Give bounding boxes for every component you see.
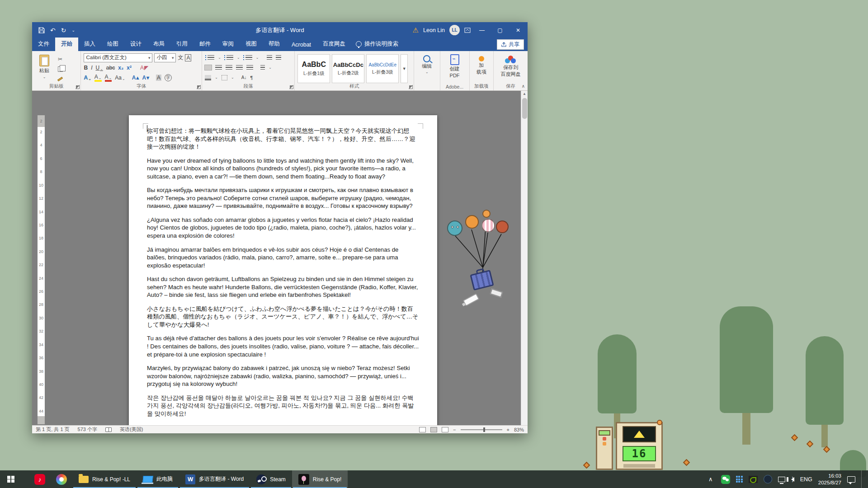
web-layout-button[interactable] — [442, 427, 448, 432]
multilevel-list-button[interactable] — [245, 55, 252, 60]
tray-chevron-icon[interactable]: ∧ — [706, 475, 715, 484]
wechat-icon[interactable] — [721, 475, 730, 484]
language-switcher[interactable]: ENG — [800, 476, 812, 483]
paragraph-dialog-launcher[interactable] — [289, 85, 293, 89]
enclose-characters-button[interactable]: 字 — [165, 74, 172, 81]
taskbar-item-word[interactable]: W 多语言翻译 - Word — [179, 470, 250, 488]
highlight-color-button[interactable]: A⌄ — [94, 74, 102, 82]
paragraph-portuguese[interactable]: Já imaginou amarrar balões em brinquedos… — [147, 246, 419, 270]
language-indicator[interactable]: 英语(美国) — [120, 426, 143, 433]
print-layout-button[interactable] — [430, 427, 437, 432]
show-marks-button[interactable]: ¶ — [250, 75, 253, 80]
undo-button[interactable]: ↶ — [50, 27, 56, 34]
font-color-button[interactable]: A⌄ — [105, 74, 112, 82]
superscript-button[interactable]: x² — [127, 65, 132, 71]
word-count[interactable]: 573 个字 — [78, 426, 97, 433]
save-icon[interactable] — [38, 27, 45, 33]
paragraph-russian[interactable]: Вы когда-нибудь мечтали привязать шарики… — [147, 186, 419, 210]
taskbar-item-steam[interactable]: Steam — [250, 470, 292, 488]
close-button[interactable]: ✕ — [511, 23, 525, 37]
styles-dialog-launcher[interactable] — [409, 85, 413, 89]
save-to-baidu-button[interactable]: 保存到 百度网盘 — [499, 53, 522, 83]
shading-button[interactable] — [205, 75, 211, 80]
increase-indent-button[interactable] — [276, 55, 281, 60]
app-grid-icon[interactable] — [736, 476, 743, 483]
photos-app-button[interactable] — [51, 470, 72, 488]
notification-center-icon[interactable] — [847, 476, 855, 483]
sort-button[interactable]: A↓ — [241, 75, 247, 80]
distribute-button[interactable] — [246, 65, 253, 70]
qat-customize-button[interactable]: ⌄ — [71, 28, 75, 33]
styles-gallery-more-button[interactable]: ▼ — [401, 54, 408, 83]
zoom-percentage[interactable]: 83% — [514, 427, 524, 432]
align-center-button[interactable] — [215, 65, 222, 70]
tab-review[interactable]: 审阅 — [217, 38, 240, 51]
addins-button[interactable]: 加 载项 — [475, 53, 488, 83]
tab-references[interactable]: 引用 — [170, 38, 193, 51]
tab-draw[interactable]: 绘图 — [101, 38, 124, 51]
character-shading-button[interactable]: A — [156, 75, 161, 81]
clear-formatting-button[interactable]: A◤ — [140, 65, 148, 71]
font-name-combo[interactable]: Calibri (西文正文)▾ — [84, 53, 152, 62]
collapse-ribbon-button[interactable]: ∧ — [522, 84, 525, 89]
proofing-icon[interactable] — [105, 427, 112, 432]
page-indicator[interactable]: 第 1 页, 共 1 页 — [36, 426, 70, 433]
tab-design[interactable]: 设计 — [124, 38, 147, 51]
start-button[interactable] — [0, 470, 22, 488]
zoom-slider-thumb[interactable] — [483, 427, 485, 432]
taskbar-item-this-pc[interactable]: 此电脑 — [137, 470, 179, 488]
read-mode-button[interactable] — [419, 427, 426, 432]
speaker-icon[interactable] — [791, 477, 794, 482]
scroll-up-arrow[interactable]: ▲ — [521, 91, 528, 97]
bullet-list-button[interactable] — [208, 55, 214, 60]
share-button[interactable]: 共享 — [497, 39, 524, 50]
paragraph-polish[interactable]: Marzyłeś, by przywiązać balony do zabawe… — [147, 364, 419, 388]
underline-button[interactable]: U⌄ — [95, 65, 103, 71]
maximize-button[interactable]: ▢ — [493, 23, 507, 37]
editing-button[interactable]: 编辑 ⌄ — [420, 53, 434, 83]
borders-button[interactable] — [222, 75, 227, 80]
cut-button[interactable]: ✂ — [56, 55, 65, 63]
create-pdf-button[interactable]: 创建 PDF — [448, 53, 462, 83]
paragraph-korean[interactable]: 작은 장난감에 풍선을 매달아 하늘로 날아오르는 꿈을 꿔본 적 있나요? 지… — [147, 394, 419, 418]
subscript-button[interactable]: x₂ — [118, 65, 123, 71]
paragraph-chinese[interactable]: 你可曾幻想过：将一颗颗气球栓在小玩具上，看着它们晃晃悠悠一同飘上天空？今天就实现… — [147, 127, 419, 151]
style-card-level2[interactable]: AaBbCcDc L-折叠2级 — [332, 54, 364, 83]
font-dialog-launcher[interactable] — [197, 85, 201, 89]
paste-button[interactable]: 粘贴 ⌄ — [35, 53, 54, 83]
copy-button[interactable] — [56, 65, 65, 73]
font-size-combo[interactable]: 小四▾ — [154, 53, 176, 62]
paragraph-english[interactable]: Have you ever dreamed of tying balloons … — [147, 157, 419, 181]
grow-font-button[interactable]: A▴ — [132, 75, 139, 81]
style-card-level3[interactable]: AaBbCcDdEe L-折叠3级 — [366, 54, 399, 83]
format-painter-button[interactable] — [56, 75, 65, 83]
tab-insert[interactable]: 插入 — [78, 38, 101, 51]
warning-icon[interactable]: ⚠ — [413, 26, 419, 34]
nvidia-icon[interactable] — [749, 476, 758, 483]
network-icon[interactable] — [778, 477, 785, 482]
text-effects-button[interactable]: A⌄ — [84, 75, 91, 81]
tell-me-search[interactable]: 操作说明搜索 — [356, 40, 398, 51]
align-right-button[interactable] — [226, 65, 232, 70]
character-border-button[interactable]: A — [185, 54, 191, 61]
numbered-list-button[interactable] — [226, 55, 233, 60]
shrink-font-button[interactable]: A▾ — [142, 75, 149, 81]
steam-tray-icon[interactable] — [764, 475, 772, 483]
ribbon-display-options-button[interactable] — [464, 28, 471, 33]
tab-acrobat[interactable]: Acrobat — [286, 39, 317, 51]
tab-mailings[interactable]: 邮件 — [193, 38, 217, 51]
change-case-button[interactable]: Aa⌄ — [115, 75, 125, 81]
zoom-in-button[interactable]: + — [507, 427, 509, 432]
show-desktop-button[interactable] — [861, 470, 863, 488]
vertical-ruler[interactable]: 2 24681012141618202224262830323436384042… — [38, 115, 45, 424]
tab-baidu-netdisk[interactable]: 百度网盘 — [317, 38, 351, 51]
paragraph-german[interactable]: Hast du schon davon geträumt, Luftballon… — [147, 275, 419, 299]
document-page[interactable]: 你可曾幻想过：将一颗颗气球栓在小玩具上，看着它们晃晃悠悠一同飘上天空？今天就实现… — [129, 115, 437, 425]
tab-file[interactable]: 文件 — [32, 38, 55, 51]
align-left-button[interactable] — [205, 65, 212, 70]
tab-home[interactable]: 开始 — [55, 38, 78, 51]
phonetic-guide-button[interactable]: 文 — [178, 54, 183, 61]
avatar[interactable]: LL — [449, 25, 460, 35]
tab-layout[interactable]: 布局 — [147, 38, 170, 51]
paragraph-spanish[interactable]: ¿Alguna vez has soñado con amarrar globo… — [147, 216, 419, 240]
